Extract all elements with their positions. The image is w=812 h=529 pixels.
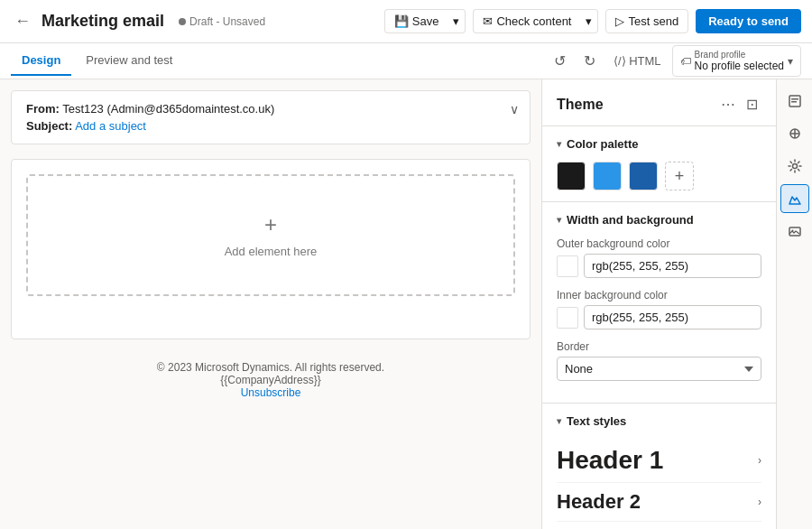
sidebar-elements-button[interactable] (780, 119, 809, 148)
border-field: Border None Solid Dashed Dotted (557, 340, 761, 381)
check-content-label: Check content (496, 14, 571, 28)
svg-point-6 (792, 164, 797, 169)
add-element-label: Add element here (64, 245, 477, 258)
outer-bg-color-field (557, 254, 761, 278)
inner-bg-field: Inner background color (557, 289, 761, 329)
color-palette-chevron: ▾ (557, 139, 561, 149)
undo-button[interactable]: ↺ (547, 49, 573, 73)
unsubscribe-link[interactable]: Unsubscribe (241, 386, 301, 399)
footer-copyright: © 2023 Microsoft Dynamics. All rights re… (22, 361, 520, 374)
width-chevron: ▾ (557, 215, 561, 225)
text-style-h1[interactable]: Header 1 › (557, 439, 761, 483)
border-select[interactable]: None Solid Dashed Dotted (557, 357, 761, 381)
email-footer: © 2023 Microsoft Dynamics. All rights re… (11, 350, 531, 410)
subject-label: Subject: (26, 119, 72, 133)
check-content-button[interactable]: ✉ Check content (473, 9, 580, 33)
outer-bg-field: Outer background color (557, 237, 761, 278)
send-icon: ▷ (615, 14, 624, 28)
inner-bg-input[interactable] (584, 305, 761, 329)
text-style-h3[interactable]: Header 3 › (557, 522, 761, 529)
sidebar-settings-button[interactable] (780, 152, 809, 181)
outer-bg-input[interactable] (584, 254, 761, 278)
left-panel: From: Test123 (Admin@d365domaintest.co.u… (0, 79, 541, 529)
email-header-area: From: Test123 (Admin@d365domaintest.co.u… (11, 90, 531, 144)
theme-header-icons: ⋯ ⊡ (717, 94, 761, 115)
sidebar-pages-button[interactable] (780, 87, 809, 116)
email-from: From: Test123 (Admin@d365domaintest.co.u… (26, 102, 515, 116)
test-send-button[interactable]: ▷ Test send (605, 9, 688, 33)
brand-icon: 🏷 (680, 55, 691, 68)
theme-expand-button[interactable]: ⊡ (743, 94, 761, 115)
h1-chevron: › (758, 454, 761, 467)
add-subject-link[interactable]: Add a subject (75, 119, 146, 133)
svg-rect-1 (791, 98, 798, 100)
color-add-button[interactable]: + (665, 162, 694, 190)
sidebar-theme-button[interactable] (780, 184, 809, 213)
theme-title: Theme (557, 97, 604, 113)
inner-bg-color-field (557, 305, 761, 329)
text-styles-chevron: ▾ (557, 416, 561, 426)
html-button[interactable]: ⟨/⟩ HTML (606, 51, 669, 71)
theme-panel-header: Theme ⋯ ⊡ (542, 79, 776, 126)
h2-label: Header 2 (557, 490, 641, 514)
brand-profile-label: Brand profile (695, 50, 784, 60)
color-palette-title[interactable]: ▾ Color palette (557, 137, 761, 151)
outer-bg-label: Outer background color (557, 237, 761, 250)
color-swatch-black[interactable] (557, 162, 586, 190)
h2-chevron: › (758, 496, 761, 508)
main-layout: From: Test123 (Admin@d365domaintest.co.u… (0, 79, 812, 529)
draft-status: Draft - Unsaved (189, 15, 265, 28)
h1-label: Header 1 (557, 446, 663, 475)
plus-icon: + (64, 212, 477, 237)
theme-panel: Theme ⋯ ⊡ ▾ Color palette + (542, 79, 776, 529)
color-swatch-blue-dark[interactable] (629, 162, 658, 190)
collapse-button[interactable]: ∨ (510, 102, 519, 116)
save-dropdown-button[interactable]: ▾ (448, 9, 466, 33)
save-label: Save (412, 14, 439, 28)
color-palette-label: Color palette (567, 137, 638, 151)
color-swatch-blue-light[interactable] (593, 162, 622, 190)
back-button[interactable]: ← (11, 8, 34, 34)
right-sidebar (776, 79, 812, 529)
test-send-label: Test send (628, 14, 678, 28)
theme-more-button[interactable]: ⋯ (717, 94, 739, 115)
save-button-group: 💾 Save ▾ (384, 9, 466, 33)
color-palette-section: ▾ Color palette + (542, 126, 776, 202)
check-content-dropdown-button[interactable]: ▾ (580, 9, 598, 33)
footer-company-address: {{CompanyAddress}} (22, 374, 520, 386)
redo-button[interactable]: ↻ (577, 49, 603, 73)
brand-dropdown-icon: ▾ (788, 55, 793, 68)
svg-rect-2 (791, 101, 797, 103)
tab-design[interactable]: Design (11, 46, 71, 76)
sidebar-media-button[interactable] (780, 217, 809, 246)
top-header: ← Marketing email Draft - Unsaved 💾 Save… (0, 0, 812, 43)
outer-bg-preview[interactable] (557, 255, 578, 277)
width-background-section: ▾ Width and background Outer background … (542, 202, 776, 404)
text-styles-title[interactable]: ▾ Text styles (557, 414, 761, 428)
width-background-label: Width and background (567, 213, 694, 227)
save-icon: 💾 (394, 14, 409, 28)
right-panel: Theme ⋯ ⊡ ▾ Color palette + (541, 79, 812, 529)
check-icon: ✉ (483, 14, 493, 28)
ready-to-send-button[interactable]: Ready to send (696, 9, 801, 33)
from-label: From: (26, 102, 60, 116)
inner-bg-label: Inner background color (557, 289, 761, 302)
text-style-h2[interactable]: Header 2 › (557, 483, 761, 522)
text-styles-label: Text styles (567, 414, 626, 428)
tab-preview[interactable]: Preview and test (75, 46, 183, 76)
color-palette: + (557, 162, 761, 190)
email-subject: Subject: Add a subject (26, 119, 515, 133)
save-button[interactable]: 💾 Save (384, 9, 448, 33)
canvas-area: + Add element here (11, 159, 531, 339)
no-profile-label: No profile selected (695, 60, 784, 72)
text-styles-section: ▾ Text styles Header 1 › Header 2 › Head… (542, 404, 776, 529)
brand-profile-button[interactable]: 🏷 Brand profile No profile selected ▾ (672, 45, 801, 77)
width-background-title[interactable]: ▾ Width and background (557, 213, 761, 227)
from-value: Test123 (Admin@d365domaintest.co.uk) (62, 102, 274, 116)
check-content-button-group: ✉ Check content ▾ (473, 9, 598, 33)
add-element-zone[interactable]: + Add element here (26, 174, 515, 296)
secondary-toolbar: Design Preview and test ↺ ↻ ⟨/⟩ HTML 🏷 B… (0, 43, 812, 79)
draft-badge: Draft - Unsaved (179, 15, 265, 28)
page-title: Marketing email (42, 12, 164, 31)
inner-bg-preview[interactable] (557, 307, 578, 329)
